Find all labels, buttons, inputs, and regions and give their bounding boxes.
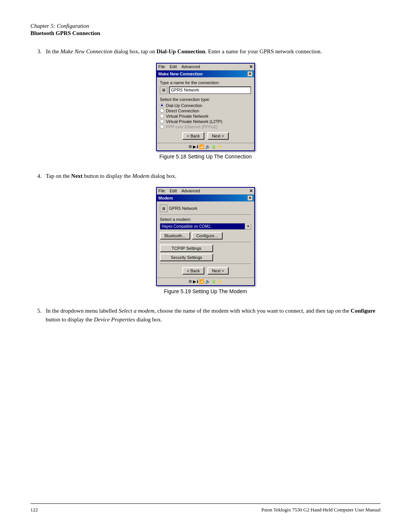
modem-dialog-ref: Modem [132,173,150,179]
next-button[interactable]: Next > [207,132,229,140]
step-5-number: 5. [37,308,41,314]
modem-dialog-body: 🖥 GPRS Network Select a modem: Hayes Com… [157,201,254,278]
connection-type-radio-group: Dial-Up Connection Direct Connection Vir… [160,103,251,129]
taskbar-icon-1: ⚙ [188,144,192,149]
configure-bold-ref: Configure [351,308,376,314]
security-settings-button[interactable]: Security Settings [160,254,213,261]
modem-menubar[interactable]: File Edit Advanced ✕ [157,188,254,195]
modem-titlebar-close[interactable]: ✕ [247,195,253,201]
chapter-subheader: Bluetooth GPRS Connection [30,30,381,37]
select-modem-italic-ref: Select a modem [119,308,155,314]
page-number: 122 [30,507,38,513]
taskbar-icon-7: ⚡ [217,144,223,149]
radio-direct-label: Direct Connection [166,109,199,113]
radio-vpn-l2tp-indicator[interactable] [160,119,164,123]
taskbar2-icon-2: ▶ [193,279,196,284]
modem-next-button[interactable]: Next > [207,267,229,275]
connection-icon: 🖥 [160,86,167,94]
page-footer: 122 Psion Teklogix 7530 G2 Hand-Held Com… [30,503,381,513]
radio-vpn[interactable]: Virtual Private Network [160,114,251,118]
dialog-title: Make New Connection [158,72,203,76]
radio-vpn-l2tp[interactable]: Virtual Private Network (L2TP) [160,119,251,124]
modem-select[interactable]: Hayes Compatible on COM1: [160,223,245,230]
doc-title: Psion Teklogix 7530 G2 Hand-Held Compute… [261,507,381,513]
radio-vpn-l2tp-label: Virtual Private Network (L2TP) [166,119,222,124]
radio-dialup-label: Dial-Up Connection [166,103,202,108]
figure-518-container: File Edit Advanced ✕ Make New Connection… [30,63,381,160]
menu-edit[interactable]: Edit [170,64,177,69]
modem-select-value: Hayes Compatible on COM1: [162,224,211,228]
step-4-text: 4. Tap on the Next button to display the… [30,172,381,181]
taskbar-icon-2: ▶ [193,144,196,149]
make-new-connection-dialog: File Edit Advanced ✕ Make New Connection… [156,63,255,151]
modem-separator-1 [160,214,251,215]
chapter-header: Chapter 5: Configuration [30,23,381,29]
figure-519-container: File Edit Advanced ✕ Modem ✕ 🖥 GPRS Netw… [30,187,381,294]
modem-menu-close[interactable]: ✕ [249,189,253,193]
modem-network-label: GPRS Network [169,206,198,211]
bluetooth-button[interactable]: Bluetooth... [160,232,190,240]
modem-menu-edit[interactable]: Edit [170,189,177,193]
radio-pppoe-indicator[interactable] [160,125,164,129]
connection-name-input[interactable]: GPRS Network [169,86,251,94]
step-4-number: 4. [37,173,41,179]
step-5-text: 5. In the dropdown menu labelled Select … [30,307,381,324]
modem-menu-advanced[interactable]: Advanced [182,189,200,193]
taskbar2-icon-4: 📶 [199,279,204,284]
taskbar-strip-2: ⚙ ▶ ℹ 📶 🔊 🔋 ⚡ [157,278,254,285]
taskbar-strip-1: ⚙ ▶ ℹ 📶 🔊 🔋 ⚡ [157,143,254,150]
modem-separator-2 [160,242,251,242]
modem-separator-3 [160,264,251,264]
dialog-menubar[interactable]: File Edit Advanced ✕ [157,64,254,70]
taskbar-icon-4: 📶 [199,144,204,149]
bluetooth-configure-row: Bluetooth... Configure... [160,232,251,240]
select-modem-label: Select a modem: [160,217,251,222]
modem-dialog-buttons: < Back Next > [160,267,251,275]
connection-name-input-row: 🖥 GPRS Network [160,86,251,94]
radio-pppoe-label: PPP over Ethernet [PPPoE] [166,125,218,129]
taskbar2-icon-5: 🔊 [205,279,210,284]
menu-file[interactable]: File [158,64,165,69]
radio-dialup-indicator[interactable] [160,103,164,107]
modem-titlebar: Modem ✕ [157,195,254,201]
menu-advanced[interactable]: Advanced [182,64,200,69]
dialog-body: Type a name for the connection: 🖥 GPRS N… [157,77,254,143]
taskbar2-icon-3: ℹ [197,279,198,284]
titlebar-close-button[interactable]: ✕ [247,71,253,77]
taskbar-icon-3: ℹ [197,144,198,149]
modem-dialog-title: Modem [158,196,173,200]
menu-close-x[interactable]: ✕ [249,64,253,69]
next-button-ref: Next [71,173,83,179]
radio-vpn-label: Virtual Private Network [166,114,209,118]
modem-menu-file[interactable]: File [158,189,165,193]
taskbar2-icon-7: ⚡ [217,279,223,284]
radio-vpn-indicator[interactable] [160,114,164,118]
radio-dialup[interactable]: Dial-Up Connection [160,103,251,108]
dialog-buttons: < Back Next > [160,132,251,140]
step-5-block: 5. In the dropdown menu labelled Select … [30,307,381,324]
modem-network-icon: 🖥 [160,204,167,212]
back-button[interactable]: < Back [182,132,204,140]
radio-direct[interactable]: Direct Connection [160,109,251,113]
step-3-block: 3. In the Make New Connection dialog box… [30,47,381,160]
radio-pppoe[interactable]: PPP over Ethernet [PPPoE] [160,125,251,129]
radio-direct-indicator[interactable] [160,109,164,113]
taskbar2-icon-1: ⚙ [188,279,192,284]
taskbar-icon-5: 🔊 [205,144,210,149]
configure-button[interactable]: Configure... [192,232,223,240]
step-3-text: 3. In the Make New Connection dialog box… [30,47,381,56]
taskbar2-icon-6: 🔋 [211,279,217,284]
dialog-name-ref: Make New Connection [61,48,113,54]
tcpip-settings-button[interactable]: TCP/IP Settings [160,244,213,252]
dial-up-ref: Dial-Up Connection [156,48,205,54]
figure-519-caption: Figure 5.19 Setting Up The Modem [164,288,247,294]
step-3-number: 3. [37,48,41,54]
modem-dialog: File Edit Advanced ✕ Modem ✕ 🖥 GPRS Netw… [156,187,255,286]
modem-select-row: Hayes Compatible on COM1: ▼ [160,223,251,230]
modem-select-arrow[interactable]: ▼ [245,224,251,230]
device-props-italic-ref: Device Properties [94,316,135,323]
step-4-block: 4. Tap on the Next button to display the… [30,172,381,295]
taskbar-icon-6: 🔋 [211,144,217,149]
modem-icon-row: 🖥 GPRS Network [160,204,251,212]
modem-back-button[interactable]: < Back [182,267,204,275]
